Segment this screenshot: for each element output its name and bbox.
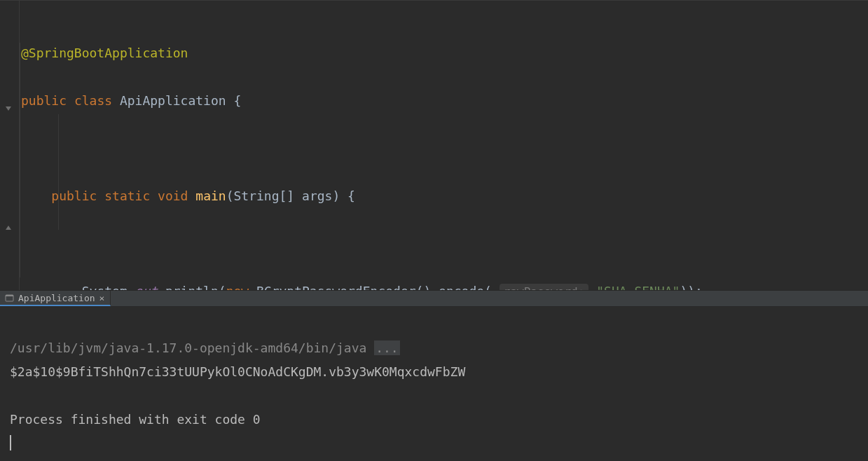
- method-main: main: [195, 188, 226, 203]
- fold-close-icon[interactable]: [4, 223, 13, 234]
- run-console[interactable]: /usr/lib/jvm/java-1.17.0-openjdk-amd64/b…: [0, 307, 868, 461]
- param-hint-rawpassword: rawPassword:: [500, 284, 589, 290]
- run-tab-apiapplication[interactable]: ApiApplication ×: [0, 291, 111, 306]
- console-caret: [10, 435, 11, 450]
- console-command-prefix: /usr/lib/jvm/java-1.17.0-openjdk-amd64/b…: [10, 340, 374, 355]
- keyword-void: void: [158, 188, 188, 203]
- run-tab-bar: ApiApplication ×: [0, 290, 868, 307]
- annotation: @SpringBootApplication: [21, 46, 188, 60]
- console-command-fold[interactable]: ...: [374, 340, 400, 355]
- indent-guide-1: [20, 43, 20, 277]
- string-suffix: ": [673, 284, 680, 290]
- system-token: System.: [82, 284, 135, 290]
- keyword-public: public: [21, 93, 67, 108]
- indent-guide-2: [58, 114, 59, 230]
- svg-rect-1: [6, 295, 13, 296]
- class-name: ApiApplication: [120, 93, 226, 108]
- stmt-close: ));: [680, 284, 703, 290]
- fold-open-icon[interactable]: [4, 104, 13, 115]
- main-params: (String[] args) {: [226, 188, 355, 203]
- open-brace: {: [233, 93, 241, 108]
- code-editor[interactable]: @SpringBootApplication public class ApiA…: [0, 1, 868, 290]
- encoder-call: BCryptPasswordEncoder().encode(: [249, 284, 492, 290]
- out-token: out: [135, 284, 158, 290]
- close-icon[interactable]: ×: [99, 293, 105, 303]
- run-tab-icon: [4, 293, 14, 303]
- keyword-new: new: [226, 284, 249, 290]
- string-prefix: "SUA: [596, 284, 634, 290]
- code-content[interactable]: @SpringBootApplication public class ApiA…: [0, 1, 868, 290]
- string-literal: "SUA SENHA": [596, 284, 680, 290]
- string-underlined: SENHA: [634, 284, 672, 290]
- run-tab-label: ApiApplication: [18, 293, 95, 303]
- editor-gutter: [0, 1, 20, 290]
- keyword-class: class: [74, 93, 112, 108]
- println-token: .println(: [158, 284, 226, 290]
- console-exit-line: Process finished with exit code 0: [10, 412, 261, 427]
- console-output-hash: $2a$10$9BfiTShhQn7ci33tUUPykOl0CNoAdCKgD…: [10, 364, 465, 379]
- keyword-static: static: [104, 188, 150, 203]
